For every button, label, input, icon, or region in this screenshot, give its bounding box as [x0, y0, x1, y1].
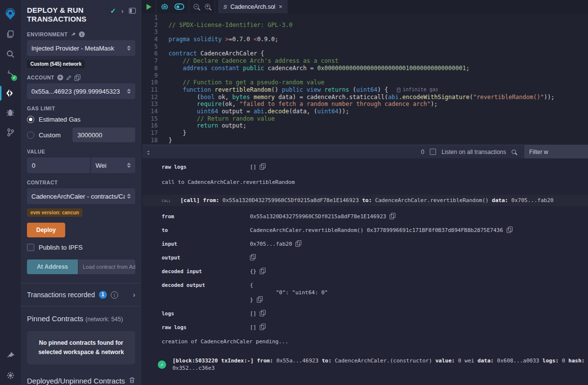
copy-icon[interactable]: [257, 296, 262, 302]
deploy-run-icon: [6, 89, 15, 98]
account-value: 0x55a...46923 (999.999945323: [31, 88, 120, 95]
copy-account-icon[interactable]: [74, 75, 80, 80]
log-row-label: raw logs: [162, 324, 250, 331]
tab-cadencearch[interactable]: S CadenceArch.sol ×: [218, 0, 288, 13]
publish-ipfs-checkbox[interactable]: [27, 244, 34, 251]
add-account-icon[interactable]: +: [57, 75, 63, 80]
code-line: 13 require(ok, "failed to fetch a random…: [142, 101, 588, 108]
terminal-filter-input[interactable]: Filter w: [524, 145, 588, 158]
environment-info-icon[interactable]: i: [79, 31, 85, 37]
copilot-toggle-icon[interactable]: [174, 3, 184, 10]
log-row-label: output: [162, 254, 250, 261]
account-select[interactable]: 0x55a...46923 (999.999945323: [27, 83, 135, 99]
environment-select[interactable]: Injected Provider - MetaMask: [27, 40, 135, 56]
sidebar-item-file-explorer[interactable]: [0, 25, 21, 44]
line-number: 16: [142, 122, 158, 129]
copy-icon[interactable]: [260, 310, 265, 316]
ai-assistant-icon[interactable]: [161, 3, 169, 10]
log-row-label: decoded input: [162, 268, 250, 275]
custom-gas-option[interactable]: Custom 3000000: [27, 128, 135, 142]
code-text: address constant public cadenceArch = 0x…: [158, 65, 469, 72]
transactions-expand-icon[interactable]: ›: [133, 291, 135, 299]
terminal-expand-icon[interactable]: ⌄⌄: [147, 150, 150, 154]
copy-icon[interactable]: [390, 213, 395, 219]
publish-ipfs-row[interactable]: Publish to IPFS: [27, 244, 135, 251]
block-success-line[interactable]: ✓[block:5033220 txIndex:-] from: 0x55a..…: [158, 357, 588, 372]
listen-all-checkbox[interactable]: [430, 149, 436, 155]
terminal-body[interactable]: raw logs[]call to CadenceArchCaler.rever…: [142, 158, 588, 385]
copy-icon[interactable]: [260, 268, 265, 274]
panel-layout-icon[interactable]: [129, 8, 136, 14]
select-arrows-icon: [127, 46, 131, 51]
estimated-gas-radio[interactable]: [27, 116, 34, 123]
value-input[interactable]: 0: [27, 157, 90, 173]
listen-all-label: Listen on all transactions: [441, 149, 506, 155]
code-line: 11 function revertibleRandom() public vi…: [142, 86, 588, 94]
network-badge: Custom (545) network: [27, 60, 85, 68]
code-text: [158, 14, 169, 22]
value-unit-select[interactable]: Wei: [91, 157, 135, 173]
terminal-header: ⌄⌄ 0 Listen on all transactions Filter w: [142, 145, 588, 158]
remix-logo[interactable]: [0, 3, 21, 25]
log-row-value: []: [250, 163, 265, 171]
sidebar-item-solidity-compiler[interactable]: ✓: [0, 64, 21, 83]
copy-icon[interactable]: [507, 227, 512, 232]
zoom-in-icon[interactable]: +: [205, 4, 210, 9]
sidebar-item-git[interactable]: [0, 123, 21, 142]
call-detail-rows: from0x55a1320D432759960C5Df0215a8dF78e1E…: [162, 213, 588, 331]
at-address-button[interactable]: At Address: [27, 259, 78, 274]
select-arrows-icon: [127, 163, 131, 168]
terminal-log-row: from0x55a1320D432759960C5Df0215a8dF78e1E…: [162, 213, 588, 220]
code-line: 16 return output;: [142, 122, 588, 129]
sidebar-item-plugin-manager[interactable]: [0, 346, 21, 365]
transactions-info-icon[interactable]: i: [111, 291, 118, 299]
terminal-log-row: raw logs[]: [162, 163, 588, 171]
line-number: 6: [142, 50, 158, 57]
code-editor[interactable]: 12// SPDX-License-Identifier: GPL-3.034p…: [142, 13, 588, 145]
run-script-icon[interactable]: [147, 4, 151, 10]
log-row-label: decoded output: [162, 282, 250, 289]
copy-icon[interactable]: [260, 163, 265, 169]
line-number: 10: [142, 79, 158, 86]
clear-contracts-icon[interactable]: [129, 377, 135, 385]
sidebar-item-deploy-run[interactable]: [0, 83, 21, 103]
sign-message-icon[interactable]: [66, 75, 72, 80]
log-row-value: [250, 254, 255, 260]
code-text: }: [158, 137, 172, 144]
deploy-button[interactable]: Deploy: [27, 223, 65, 237]
terminal-log-row: logs[]: [162, 310, 588, 317]
pending-tx-count: 0: [421, 149, 424, 155]
copy-icon[interactable]: [260, 324, 265, 330]
sidebar-item-settings[interactable]: [0, 365, 21, 385]
terminal: ⌄⌄ 0 Listen on all transactions Filter w…: [142, 145, 588, 385]
close-tab-icon[interactable]: ×: [279, 3, 283, 10]
value-unit: Wei: [96, 162, 106, 169]
line-number: 15: [142, 115, 158, 123]
log-row-multiline: { "0": "uint64: 0"}: [250, 282, 328, 304]
log-row-value: 0x55a1320D432759960C5Df0215a8dF78e1E1469…: [250, 213, 395, 220]
copy-icon[interactable]: [295, 240, 301, 246]
divider: [21, 306, 142, 307]
call-summary-line[interactable]: call[call] from: 0x55a1320D432759960C5Df…: [142, 195, 588, 206]
plug-icon[interactable]: [71, 32, 76, 37]
contract-select[interactable]: CadenceArchCaler - contracts/Cac: [27, 188, 135, 204]
zoom-out-icon[interactable]: –: [194, 4, 199, 9]
sidebar-item-debugger[interactable]: [0, 103, 21, 123]
sidebar-item-search[interactable]: [0, 44, 21, 64]
code-text: return output;: [158, 122, 246, 129]
contract-label: CONTRACT: [27, 180, 135, 185]
transactions-recorded-row[interactable]: Transactions recorded 1 i ›: [21, 283, 142, 306]
estimated-gas-option[interactable]: Estimated Gas: [27, 116, 135, 123]
line-number: 1: [142, 14, 158, 22]
evm-version-badge: evm version: cancun: [27, 208, 82, 217]
custom-gas-input[interactable]: 3000000: [73, 128, 135, 142]
code-line: 4pragma solidity >=0.7.0 <0.9.0;: [142, 36, 588, 43]
code-line: 3: [142, 28, 588, 36]
copy-icon[interactable]: [250, 254, 255, 260]
call-to-line: call to CadenceArchCaler.revertibleRando…: [162, 179, 588, 186]
terminal-search-icon[interactable]: [512, 150, 516, 154]
at-address-input[interactable]: Load contract from Addres: [78, 259, 135, 274]
line-number: 11: [142, 86, 158, 94]
panel-chevron-icon[interactable]: ›: [122, 7, 123, 15]
custom-gas-radio[interactable]: [27, 131, 34, 139]
